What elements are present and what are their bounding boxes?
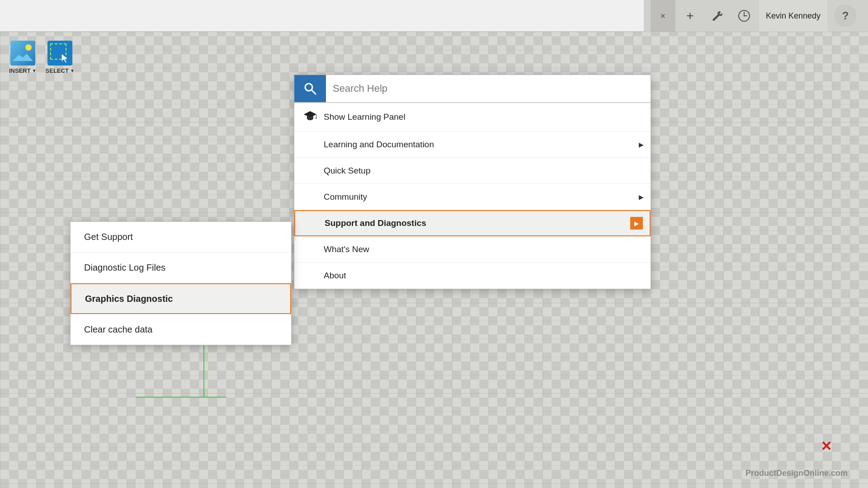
show-learning-label: Show Learning Panel [324, 112, 406, 122]
submenu-item-clear-cache[interactable]: Clear cache data [71, 314, 291, 345]
select-label: SELECT ▼ [46, 67, 75, 74]
submenu-item-graphics-diagnostic[interactable]: Graphics Diagnostic [71, 283, 291, 314]
toolbar-items: INSERT ▼ SELECT ▼ [0, 36, 84, 79]
insert-dropdown-arrow: ▼ [32, 68, 37, 73]
svg-point-7 [316, 117, 316, 119]
menu-item-about[interactable]: About [294, 263, 651, 289]
watermark-text: ProductDesignOnline.com [745, 469, 848, 478]
select-dropdown-arrow: ▼ [70, 68, 75, 73]
menu-item-learning-docs[interactable]: Learning and Documentation ▶ [294, 131, 651, 158]
select-icon [47, 41, 72, 66]
quick-setup-label: Quick Setup [324, 166, 371, 176]
submenu-item-diagnostic-log[interactable]: Diagnostic Log Files [71, 253, 291, 283]
clock-icon [738, 9, 750, 22]
header-right: × + Kevin Kennedy ? [644, 0, 868, 32]
close-button[interactable]: × [651, 0, 675, 32]
support-diagnostics-label: Support and Diagnostics [325, 218, 426, 228]
community-label: Community [324, 192, 367, 202]
search-icon-box [294, 75, 326, 102]
learning-docs-label: Learning and Documentation [324, 140, 434, 150]
add-button[interactable]: + [678, 0, 703, 32]
support-diagnostics-arrow: ▶ [630, 217, 643, 230]
learning-docs-arrow: ▶ [639, 141, 644, 148]
search-input[interactable] [326, 75, 651, 102]
support-submenu: Get Support Diagnostic Log Files Graphic… [70, 221, 292, 345]
search-icon [303, 82, 317, 95]
about-label: About [324, 271, 346, 281]
menu-item-support-diagnostics[interactable]: Support and Diagnostics ▶ [294, 210, 651, 236]
menu-item-whats-new[interactable]: What's New [294, 236, 651, 263]
community-arrow: ▶ [639, 193, 644, 201]
search-bar [294, 75, 651, 103]
select-button[interactable]: SELECT ▼ [46, 41, 75, 74]
user-name[interactable]: Kevin Kennedy [759, 0, 827, 32]
cursor-icon [61, 53, 70, 64]
graduation-cap-icon [304, 109, 316, 122]
settings-button[interactable] [705, 0, 730, 32]
insert-button[interactable]: INSERT ▼ [9, 41, 37, 74]
whats-new-label: What's New [324, 244, 369, 254]
clear-cache-label: Clear cache data [84, 324, 152, 335]
help-panel: Show Learning Panel Learning and Documen… [294, 75, 651, 289]
menu-item-show-learning[interactable]: Show Learning Panel [294, 103, 651, 131]
help-button[interactable]: ? [834, 5, 857, 27]
graphics-diagnostic-label: Graphics Diagnostic [85, 294, 173, 304]
insert-label: INSERT ▼ [9, 67, 37, 74]
submenu-item-get-support[interactable]: Get Support [71, 222, 291, 253]
history-button[interactable] [732, 0, 757, 32]
watermark-x: ✕ [821, 438, 832, 454]
diagnostic-log-label: Diagnostic Log Files [84, 263, 165, 273]
learning-icon [303, 109, 317, 125]
svg-marker-5 [304, 111, 316, 117]
svg-line-4 [311, 90, 316, 94]
canvas-line [136, 397, 226, 398]
get-support-label: Get Support [84, 232, 133, 242]
menu-item-quick-setup[interactable]: Quick Setup [294, 158, 651, 184]
insert-icon [10, 41, 35, 66]
insert-img [10, 41, 35, 66]
menu-item-community[interactable]: Community ▶ [294, 184, 651, 210]
wrench-icon [711, 9, 723, 22]
